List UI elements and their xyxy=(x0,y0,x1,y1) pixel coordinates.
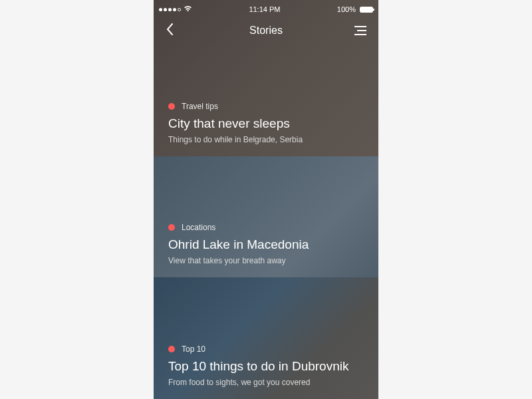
story-subtitle: From food to sights, we got you covered xyxy=(168,378,364,387)
story-subtitle: Things to do while in Belgrade, Serbia xyxy=(168,135,364,144)
status-bar: 11:14 PM 100% xyxy=(154,3,378,16)
menu-button[interactable] xyxy=(353,26,366,35)
page-title: Stories xyxy=(249,25,283,37)
category-row: Travel tips xyxy=(168,102,364,111)
story-title: Top 10 things to do in Dubrovnik xyxy=(168,359,364,374)
battery-icon xyxy=(358,7,373,13)
story-title: City that never sleeps xyxy=(168,116,364,131)
app-header: Stories xyxy=(154,19,378,43)
signal-strength-icon xyxy=(159,8,181,11)
stories-list: Travel tips City that never sleeps Thing… xyxy=(154,0,378,399)
category-dot-icon xyxy=(168,103,175,110)
status-right: 100% xyxy=(337,5,373,13)
category-label: Locations xyxy=(182,223,215,232)
status-left xyxy=(159,5,192,13)
back-button[interactable] xyxy=(166,21,179,40)
battery-percent: 100% xyxy=(337,5,356,13)
mobile-app-screen: 11:14 PM 100% Stories Travel tips City t… xyxy=(154,0,378,399)
category-row: Locations xyxy=(168,223,364,232)
story-subtitle: View that takes your breath away xyxy=(168,256,364,265)
wifi-icon xyxy=(184,5,192,13)
category-dot-icon xyxy=(168,224,175,231)
story-card[interactable]: Locations Ohrid Lake in Macedonia View t… xyxy=(154,156,378,278)
status-time: 11:14 PM xyxy=(249,5,280,13)
category-dot-icon xyxy=(168,346,175,352)
story-title: Ohrid Lake in Macedonia xyxy=(168,237,364,252)
category-label: Top 10 xyxy=(182,344,205,354)
category-label: Travel tips xyxy=(182,102,218,111)
story-card[interactable]: Top 10 Top 10 things to do in Dubrovnik … xyxy=(154,277,378,399)
category-row: Top 10 xyxy=(168,344,364,354)
